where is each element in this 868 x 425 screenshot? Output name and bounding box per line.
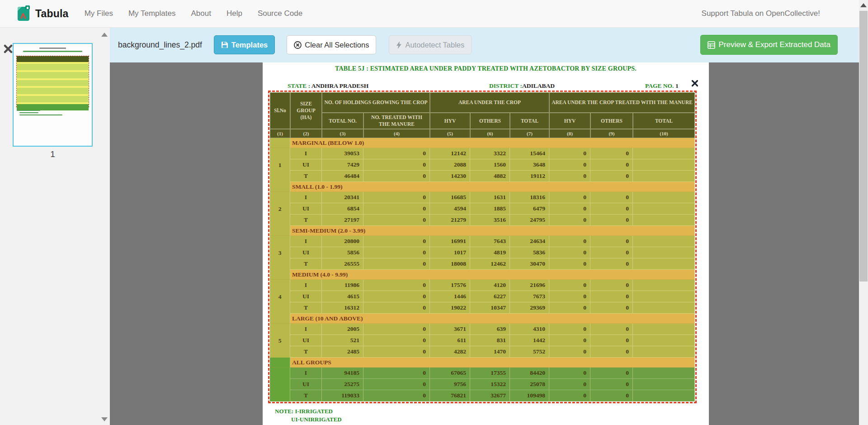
thumb-note-line [19, 115, 62, 115]
pdf-viewer: TABLE 5J : ESTIMATED AREA UNDER PADDY TR… [110, 62, 859, 425]
sidebar-scroll-down-icon[interactable] [101, 417, 108, 421]
doc-note-2: UI-UNIRRIGATED [291, 416, 342, 423]
scrollbar-thumb[interactable] [859, 11, 868, 282]
clear-all-selections-label: Clear All Selections [305, 41, 369, 49]
navbar: Tabula My Files My Templates About Help … [0, 0, 859, 28]
autodetect-tables-button[interactable]: Autodetect Tables [389, 35, 472, 54]
thumb-mini-row [17, 56, 89, 62]
nav-item-help[interactable]: Help [219, 9, 250, 18]
scrollbar-up-icon[interactable] [860, 3, 867, 7]
page-thumbnail[interactable] [13, 43, 93, 147]
selection-close-icon[interactable] [691, 80, 698, 87]
page-no-value: 1 [675, 82, 679, 89]
preview-export-label: Preview & Export Extracted Data [718, 40, 830, 49]
remove-page-button[interactable] [4, 44, 13, 53]
doc-page-no: PAGE NO. 1 [645, 82, 679, 90]
circle-x-icon [294, 41, 302, 49]
page-no-label: PAGE NO. [645, 82, 674, 89]
pdf-page[interactable]: TABLE 5J : ESTIMATED AREA UNDER PADDY TR… [263, 62, 709, 425]
preview-export-button[interactable]: Preview & Export Extracted Data [700, 35, 838, 55]
page-thumbnails-sidebar: 1 [0, 27, 110, 425]
tabula-logo-icon [17, 5, 31, 22]
file-toolbar: background_lines_2.pdf Templates Clear A… [110, 27, 859, 62]
sidebar-scroll-up-icon[interactable] [101, 33, 108, 37]
thumb-title-line [39, 48, 66, 49]
clear-all-selections-button[interactable]: Clear All Selections [287, 35, 376, 54]
save-icon [221, 41, 228, 48]
doc-state: STATE : ANDHRA PRADESH [288, 82, 368, 90]
nav-item-my-files[interactable]: My Files [77, 9, 121, 18]
page-scrollbar[interactable] [859, 0, 868, 425]
thumb-subtitle-line [23, 51, 82, 52]
table-icon [708, 41, 715, 49]
support-link[interactable]: Support Tabula on OpenCollective! [702, 9, 820, 18]
templates-button[interactable]: Templates [214, 35, 275, 54]
thumb-note-line [19, 112, 38, 113]
nav-item-about[interactable]: About [183, 9, 218, 18]
nav-item-source-code[interactable]: Source Code [250, 9, 310, 18]
district-label: DISTRICT : [489, 82, 522, 89]
doc-district: DISTRICT :ADILABAD [489, 82, 555, 90]
thumb-mini-table [16, 56, 89, 107]
nav-item-my-templates[interactable]: My Templates [121, 9, 184, 18]
district-value: ADILABAD [522, 82, 555, 89]
templates-button-label: Templates [231, 41, 268, 49]
doc-note-1: NOTE: I-IRRIGATED [275, 408, 333, 415]
state-value: ANDHRA PRADESH [311, 82, 368, 89]
lightning-bolt-icon [396, 41, 402, 49]
thumbnail-page-number: 1 [13, 149, 93, 159]
table-selection-box[interactable] [268, 91, 697, 403]
thumb-note-line [17, 110, 40, 111]
autodetect-tables-label: Autodetect Tables [405, 41, 464, 49]
state-label: STATE : [288, 82, 310, 89]
nav-menu: My Files My Templates About Help Source … [77, 9, 310, 18]
doc-title: TABLE 5J : ESTIMATED AREA UNDER PADDY TR… [263, 65, 709, 72]
tabula-app: Tabula My Files My Templates About Help … [0, 0, 868, 425]
brand[interactable]: Tabula [17, 5, 69, 22]
current-filename: background_lines_2.pdf [118, 40, 202, 50]
brand-name: Tabula [35, 8, 69, 20]
